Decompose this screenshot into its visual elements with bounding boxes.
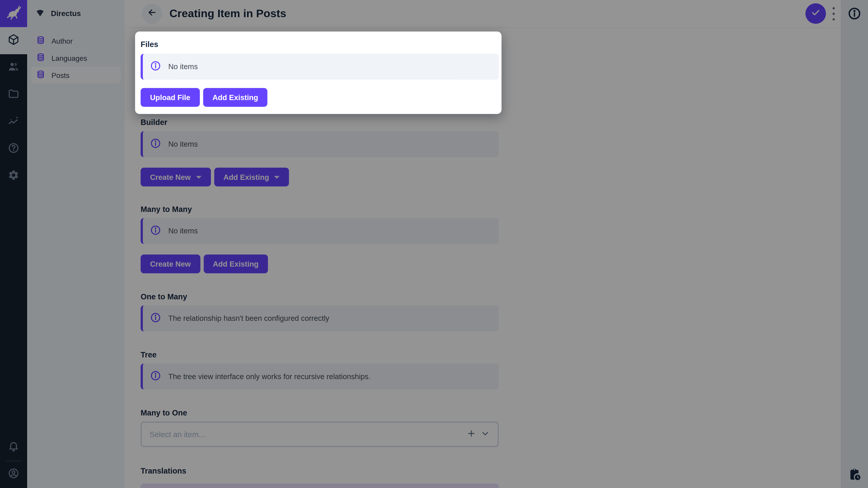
app-window: Directus Author Languages Posts Creating… — [0, 0, 868, 488]
files-dialog-title: Files — [141, 40, 496, 48]
info-icon — [150, 60, 161, 73]
files-dialog: Files No items Upload File Add Existing — [135, 32, 502, 114]
upload-file-button[interactable]: Upload File — [141, 88, 199, 107]
notice-text: No items — [168, 63, 197, 71]
files-notice: No items — [141, 54, 499, 80]
add-existing-button[interactable]: Add Existing — [203, 88, 268, 107]
